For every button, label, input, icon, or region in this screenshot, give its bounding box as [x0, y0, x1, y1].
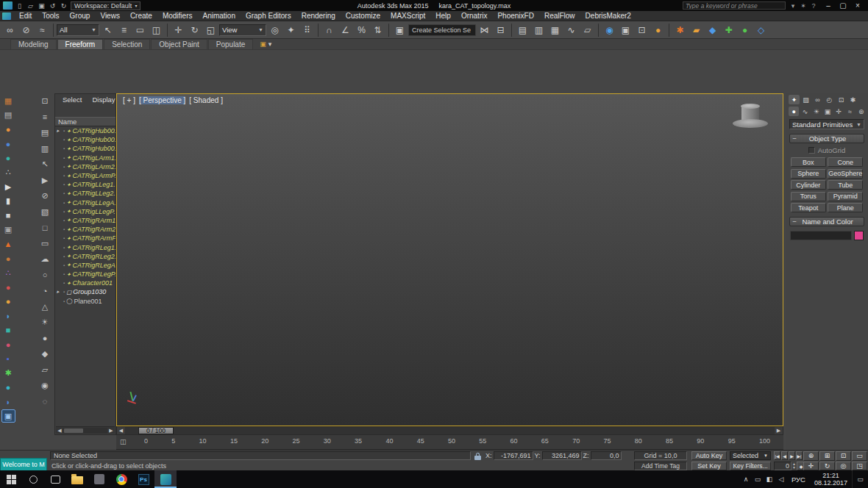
- ribbon-tab[interactable]: Populate: [208, 39, 253, 49]
- list-item[interactable]: ▪ ✦ CATRigRLeg1...: [55, 243, 115, 251]
- light-display-icon[interactable]: ☀: [38, 315, 52, 329]
- menu-item[interactable]: Views: [95, 11, 125, 21]
- list-item[interactable]: ▪ ✦ CATRigLLeg1...: [55, 180, 115, 189]
- welcome-screen-button[interactable]: Welcome to M: [0, 458, 47, 471]
- scrollbar-thumb[interactable]: [64, 428, 83, 433]
- current-frame-field[interactable]: 0: [774, 462, 791, 470]
- category-shapes[interactable]: ∿: [800, 107, 810, 116]
- schematic-view-icon[interactable]: ▱: [580, 22, 595, 37]
- primitive-button[interactable]: Plane: [828, 203, 863, 212]
- ribbon-tab[interactable]: Modeling: [10, 39, 57, 49]
- fume-effect-icon[interactable]: ✱: [672, 22, 688, 37]
- list-item[interactable]: ▪ ✦ CATRigRLeg2...: [55, 252, 115, 261]
- zoom-extents-icon[interactable]: ⊡: [836, 451, 851, 461]
- auto-key-button[interactable]: Auto Key: [691, 451, 727, 460]
- menu-item[interactable]: Help: [430, 11, 456, 21]
- menu-item[interactable]: Modifiers: [157, 11, 198, 21]
- maximize-viewport-icon[interactable]: ◳: [852, 462, 867, 471]
- menu-item[interactable]: RealFlow: [539, 11, 580, 21]
- separator[interactable]: [669, 24, 669, 37]
- save-file-icon[interactable]: ▣: [37, 2, 46, 10]
- phoenix-water-icon[interactable]: ◆: [705, 22, 720, 37]
- selection-region-icon[interactable]: ▭: [132, 22, 148, 37]
- menu-item[interactable]: Edit: [14, 11, 37, 21]
- list-item[interactable]: ▪ ✦ CATRigRLegP...: [55, 270, 115, 279]
- object-type-rollout[interactable]: − Object Type: [789, 134, 864, 143]
- scene-object-cylinder[interactable]: [731, 106, 769, 134]
- autogrid-checkbox[interactable]: [808, 147, 815, 154]
- start-button[interactable]: [0, 470, 22, 488]
- sphere-teal-icon[interactable]: ●: [1, 151, 15, 165]
- pick-cursor-icon[interactable]: ↖: [38, 157, 52, 171]
- category-systems[interactable]: ⊛: [856, 107, 867, 116]
- expand-arrow-icon[interactable]: ▸: [57, 128, 62, 134]
- object-color-swatch[interactable]: [854, 231, 864, 240]
- sphere-cyan-icon[interactable]: ●: [1, 381, 15, 394]
- list-item[interactable]: ▪ ✦ CATRigLLegP...: [55, 207, 115, 216]
- perspective-viewport[interactable]: [ + ] [ Perspective ] [ Shaded ]: [116, 93, 783, 426]
- selection-filter-dropdown[interactable]: All▼: [57, 24, 99, 36]
- menu-item[interactable]: Tools: [37, 11, 64, 21]
- material-editor-icon[interactable]: ◉: [602, 22, 617, 37]
- menu-item[interactable]: Graph Editors: [241, 11, 296, 21]
- separator[interactable]: [388, 24, 389, 37]
- primitive-button[interactable]: Torus: [791, 192, 826, 201]
- scene-explorer-icon[interactable]: ▥: [531, 22, 547, 37]
- primitive-category-dropdown[interactable]: Standard Primitives ▼: [789, 119, 864, 129]
- track-bar[interactable]: ◫ 05101520253035404550556065707580859095…: [116, 435, 783, 450]
- window-crossing-icon[interactable]: ◫: [149, 22, 164, 37]
- sphere-orange-icon[interactable]: ●: [1, 123, 15, 136]
- sphere-display-icon[interactable]: ●: [38, 331, 52, 345]
- primitive-button[interactable]: Cone: [828, 157, 863, 167]
- scroll-right-icon[interactable]: ▶: [107, 428, 115, 434]
- time-slider-handle[interactable]: 0 / 100: [138, 427, 174, 434]
- sphere-red-icon[interactable]: ●: [1, 281, 15, 294]
- select-and-link-icon[interactable]: ∞: [2, 22, 18, 37]
- shade-display-icon[interactable]: ◔: [38, 284, 52, 298]
- phoenix-fire-icon[interactable]: ▰: [689, 22, 704, 37]
- selection-lock-icon[interactable]: [474, 452, 483, 461]
- mirror-icon[interactable]: ⋈: [477, 22, 492, 37]
- fire-sim-icon[interactable]: ▲: [1, 237, 15, 251]
- foliage-tool-icon[interactable]: ✱: [1, 367, 15, 380]
- list-item[interactable]: ▪ ✦ Character001: [55, 279, 115, 287]
- menu-item[interactable]: MAXScript: [385, 11, 430, 21]
- viewport-pov-menu[interactable]: [ Perspective ]: [139, 96, 185, 104]
- volume-icon[interactable]: ◁: [775, 476, 787, 483]
- application-menu-icon[interactable]: [2, 12, 11, 20]
- snaps-toggle-icon[interactable]: ∩: [321, 22, 337, 37]
- detail-view-icon[interactable]: ▤: [38, 126, 52, 140]
- separator[interactable]: [511, 24, 512, 37]
- viewport-general-menu[interactable]: [ + ]: [123, 96, 135, 104]
- geometry-display-icon[interactable]: □: [38, 220, 52, 234]
- go-to-end-button[interactable]: ▶|: [796, 451, 803, 460]
- new-scene-icon[interactable]: ▯: [15, 2, 24, 10]
- curve-editor-icon[interactable]: ∿: [563, 22, 579, 37]
- separator[interactable]: [318, 24, 319, 37]
- x-coordinate-field[interactable]: -1767,691: [494, 451, 533, 460]
- list-view-icon[interactable]: ≡: [38, 110, 52, 124]
- list-item[interactable]: ▪ ✦ CATRigLArm1...: [55, 154, 115, 162]
- material-display-icon[interactable]: ◉: [38, 378, 52, 392]
- play-tool-icon[interactable]: ▶: [1, 180, 15, 193]
- menu-item[interactable]: Customize: [341, 11, 385, 21]
- reference-coordinate-dropdown[interactable]: View▼: [219, 24, 266, 36]
- workspace-dropdown[interactable]: Workspace: Default ▾: [71, 1, 140, 10]
- explorer-menu-item[interactable]: Select: [58, 96, 86, 104]
- forest-pack-icon[interactable]: ✚: [721, 22, 736, 37]
- primitive-button[interactable]: Tube: [828, 180, 863, 190]
- app-logo-icon[interactable]: [3, 1, 13, 10]
- add-time-tag[interactable]: Add Time Tag: [634, 462, 687, 470]
- column-view-icon[interactable]: ▥: [38, 142, 52, 156]
- cube-blue-icon[interactable]: ▪: [1, 352, 15, 365]
- particles-icon[interactable]: ∴: [1, 166, 15, 179]
- plane-display-icon[interactable]: ▭: [38, 237, 52, 251]
- render-production-icon[interactable]: ●: [650, 22, 666, 37]
- select-scale-icon[interactable]: ◱: [203, 22, 218, 37]
- layout-tool-icon[interactable]: ▤: [1, 109, 15, 122]
- 3dsmax-taskbar-icon[interactable]: [154, 470, 177, 488]
- next-frame-arrow-icon[interactable]: ▶: [775, 428, 783, 434]
- bind-to-spacewarp-icon[interactable]: ≈: [35, 22, 50, 37]
- zoom-region-icon[interactable]: ▭: [852, 451, 867, 461]
- previous-frame-button[interactable]: ◀: [781, 451, 788, 460]
